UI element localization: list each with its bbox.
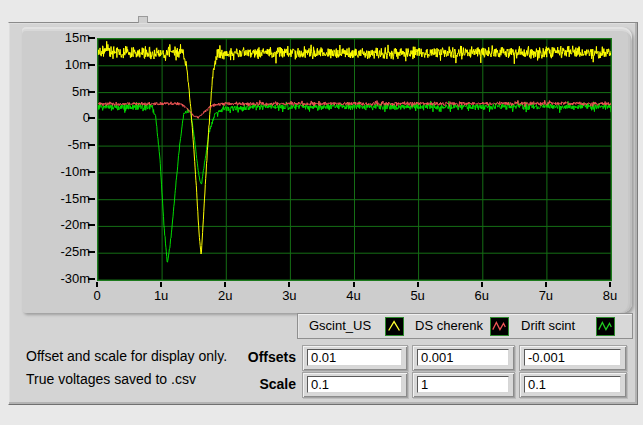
offset-field-1 — [302, 345, 408, 371]
offset-field-2 — [412, 345, 515, 371]
y-tick-label: -15m — [38, 191, 90, 207]
x-tick-label: 3u — [274, 288, 304, 304]
drift-scint-line-sample-icon[interactable] — [596, 317, 615, 336]
x-tick-label: 7u — [531, 288, 561, 304]
waveform-traces — [98, 39, 611, 280]
note-line-1: Offset and scale for display only. — [26, 345, 227, 368]
x-tick-label: 5u — [403, 288, 433, 304]
y-axis-ticks — [88, 38, 96, 281]
y-tick-label: 10m — [38, 57, 90, 73]
plot-area — [97, 38, 612, 281]
x-tick-label: 8u — [595, 288, 625, 304]
gscint-us-line-sample-icon[interactable] — [385, 317, 404, 336]
y-tick — [88, 64, 95, 66]
y-tick — [88, 91, 95, 93]
y-tick — [88, 117, 95, 119]
legend-item-drift-scint[interactable]: Drift scint — [521, 318, 575, 333]
y-axis-labels: 15m10m5m0-5m-10m-15m-20m-25m-30m — [38, 38, 90, 281]
y-tick-label: -5m — [38, 137, 90, 153]
plot-legend: Gscint_US DS cherenk Drift scint — [297, 313, 633, 339]
ds-cherenk-line-sample-icon[interactable] — [490, 317, 509, 336]
offset-input-drift-scint[interactable] — [524, 349, 621, 366]
scale-field-2 — [412, 372, 515, 398]
y-tick-label: -25m — [38, 244, 90, 260]
legend-item-ds-cherenk[interactable]: DS cherenk — [415, 318, 483, 333]
offset-field-3 — [519, 345, 627, 371]
offset-input-ds-cherenk[interactable] — [417, 349, 509, 366]
x-tick-label: 1u — [146, 288, 176, 304]
y-tick — [88, 224, 95, 226]
offset-input-gscint-us[interactable] — [307, 349, 402, 366]
y-tick-label: 5m — [38, 84, 90, 100]
legend-item-gscint-us[interactable]: Gscint_US — [309, 318, 371, 333]
y-tick — [88, 251, 95, 253]
y-tick — [88, 171, 95, 173]
y-tick — [88, 198, 95, 200]
y-tick-label: -20m — [38, 217, 90, 233]
scale-label: Scale — [216, 376, 296, 392]
offsets-label: Offsets — [216, 349, 296, 365]
panel-notch — [138, 16, 148, 23]
y-tick — [88, 144, 95, 146]
scale-field-1 — [302, 372, 408, 398]
x-tick-label: 0 — [82, 288, 112, 304]
y-tick — [88, 37, 95, 39]
x-tick-label: 4u — [339, 288, 369, 304]
scale-field-3 — [519, 372, 627, 398]
y-tick-label: 15m — [38, 30, 90, 46]
x-tick-label: 2u — [210, 288, 240, 304]
y-tick-label: 0 — [38, 110, 90, 126]
x-axis-labels: 01u2u3u4u5u6u7u8u — [97, 282, 612, 304]
y-tick-label: -10m — [38, 164, 90, 180]
y-tick-label: -30m — [38, 271, 90, 287]
note-line-2: True voltages saved to .csv — [26, 368, 227, 391]
y-tick — [88, 278, 95, 280]
scale-input-ds-cherenk[interactable] — [417, 376, 509, 393]
display-note: Offset and scale for display only. True … — [26, 345, 227, 391]
front-panel: 15m10m5m0-5m-10m-15m-20m-25m-30m 01u2u3u… — [0, 0, 643, 425]
scale-input-gscint-us[interactable] — [307, 376, 402, 393]
scale-input-drift-scint[interactable] — [524, 376, 621, 393]
x-tick-label: 6u — [467, 288, 497, 304]
